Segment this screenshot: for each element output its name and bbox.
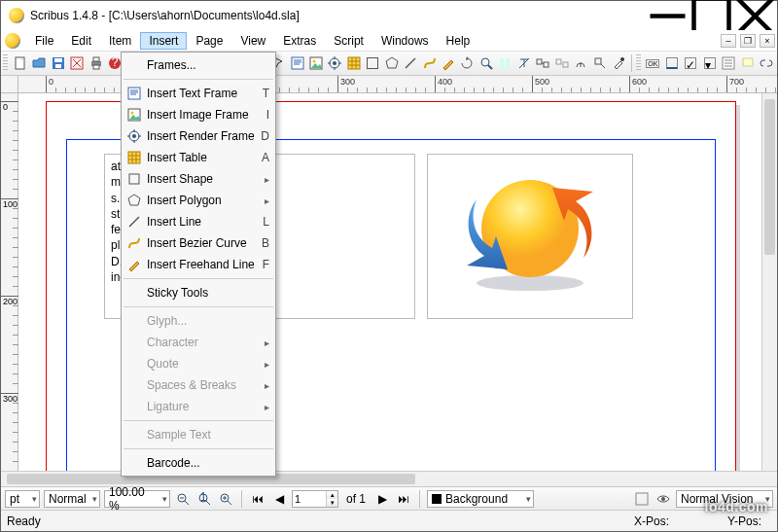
menu-item-insert-image-frame[interactable]: Insert Image FrameI (122, 104, 275, 125)
menu-extras[interactable]: Extras (274, 32, 325, 50)
menu-item-glyph: Glyph... (122, 310, 275, 332)
first-page-button[interactable]: ⏮ (249, 490, 266, 508)
table-tool[interactable] (345, 53, 362, 73)
pdf-pushbutton-tool[interactable]: OK (645, 53, 661, 73)
next-page-button[interactable]: ▶ (373, 490, 391, 508)
svg-rect-28 (537, 59, 542, 64)
image-frame[interactable] (427, 154, 633, 319)
menu-item-insert-polygon[interactable]: Insert Polygon (122, 190, 275, 211)
zoom-reset-button[interactable]: 1 (195, 490, 213, 508)
ruler-origin[interactable] (1, 76, 18, 93)
menu-item-insert-freehand-line[interactable]: Insert Freehand LineF (122, 254, 275, 275)
zoom-in-button[interactable] (217, 490, 234, 508)
mdi-minimize-button[interactable]: – (721, 34, 736, 48)
menu-script[interactable]: Script (325, 32, 372, 50)
image-frame-icon (125, 107, 143, 123)
menu-item-barcode[interactable]: Barcode... (122, 452, 275, 474)
blank-icon (125, 377, 143, 393)
svg-rect-19 (292, 57, 303, 69)
menu-insert[interactable]: Insert (140, 32, 187, 50)
status-ypos-label: Y-Pos: (727, 514, 761, 528)
close-doc-button[interactable] (68, 53, 85, 73)
render-frame-tool[interactable] (327, 53, 343, 73)
toggle-preview-button[interactable] (654, 490, 672, 508)
last-page-button[interactable]: ⏭ (395, 490, 412, 508)
menu-item[interactable]: Item (100, 32, 140, 50)
minimize-button[interactable] (646, 1, 690, 30)
menu-item-accelerator (256, 194, 269, 207)
image-frame-tool[interactable] (307, 53, 324, 73)
unlink-frames-tool[interactable] (553, 53, 570, 73)
page-number-spinbox[interactable]: ▴▾ (292, 490, 338, 508)
unit-selector[interactable]: pt (5, 490, 40, 508)
menu-item-insert-shape[interactable]: Insert Shape (122, 168, 275, 190)
menu-item-insert-table[interactable]: Insert TableA (122, 147, 275, 168)
save-button[interactable] (50, 53, 66, 73)
mdi-restore-button[interactable]: ❐ (740, 34, 756, 48)
close-button[interactable] (733, 1, 777, 30)
maximize-button[interactable] (690, 1, 733, 30)
edit-text-tool[interactable] (515, 53, 532, 73)
menu-view[interactable]: View (231, 32, 274, 50)
svg-point-25 (481, 58, 489, 66)
svg-rect-8 (93, 65, 99, 69)
prev-page-button[interactable]: ◀ (270, 490, 288, 508)
line-icon (125, 214, 143, 230)
menu-file[interactable]: File (26, 32, 62, 50)
pdf-checkbox-tool[interactable]: ✓ (683, 53, 699, 73)
line-tool[interactable] (402, 53, 418, 73)
vertical-ruler[interactable]: 0100200300 (1, 93, 18, 471)
measure-tool[interactable] (572, 53, 588, 73)
pdf-annotation-tool[interactable] (739, 53, 756, 73)
pdf-combobox-tool[interactable]: ▾ (701, 53, 718, 73)
menu-item-label: Frames... (147, 58, 256, 72)
bezier-tool[interactable] (421, 53, 438, 73)
rotate-tool[interactable] (459, 53, 476, 73)
mdi-close-button[interactable]: × (760, 34, 775, 48)
toggle-cms-button[interactable] (633, 490, 651, 508)
menu-item-sticky-tools[interactable]: Sticky Tools (122, 282, 275, 303)
scrollbar-thumb[interactable] (764, 99, 775, 255)
menu-separator (124, 306, 273, 307)
polygon-tool[interactable] (383, 53, 400, 73)
toolbar-grip[interactable] (636, 54, 641, 72)
svg-rect-29 (544, 62, 548, 67)
zoom-selector[interactable]: 100.00 % (104, 490, 170, 508)
menu-item-insert-text-frame[interactable]: Insert Text FrameT (122, 83, 275, 104)
svg-rect-0 (694, 0, 729, 33)
menu-page[interactable]: Page (187, 32, 231, 50)
text-frame-tool[interactable] (289, 53, 305, 73)
pdf-textfield-tool[interactable] (663, 53, 680, 73)
new-document-button[interactable] (12, 53, 28, 73)
menu-item-insert-bezier-curve[interactable]: Insert Bezier CurveB (122, 232, 275, 254)
menu-item-insert-line[interactable]: Insert LineL (122, 211, 275, 232)
vertical-scrollbar[interactable] (761, 93, 777, 471)
zoom-tool[interactable] (477, 53, 494, 73)
svg-point-21 (312, 60, 315, 63)
print-button[interactable] (88, 53, 104, 73)
zoom-out-button[interactable] (174, 490, 192, 508)
copy-props-tool[interactable] (591, 53, 608, 73)
menu-item-ligature: Ligature (122, 396, 275, 417)
pdf-listbox-tool[interactable] (720, 53, 736, 73)
freehand-tool[interactable] (440, 53, 456, 73)
menu-help[interactable]: Help (438, 32, 479, 50)
menu-item-insert-render-frame[interactable]: Insert Render FrameD (122, 125, 275, 147)
polygon-icon (125, 193, 143, 208)
edit-contents-tool[interactable] (497, 53, 513, 73)
menu-edit[interactable]: Edit (62, 32, 100, 50)
open-document-button[interactable] (31, 53, 48, 73)
layer-selector[interactable]: Background (427, 490, 534, 508)
shape-tool[interactable] (365, 53, 381, 73)
blank-icon (125, 427, 143, 443)
insert-menu-dropdown: Frames...Insert Text FrameTInsert Image … (121, 52, 276, 477)
eyedropper-tool[interactable] (610, 53, 626, 73)
page-number-input[interactable] (293, 493, 326, 505)
menu-item-frames[interactable]: Frames... (122, 54, 275, 76)
preview-mode-selector[interactable]: Normal (44, 490, 100, 508)
svg-rect-24 (348, 57, 360, 69)
pdf-link-tool[interactable] (758, 53, 774, 73)
toolbar-grip[interactable] (3, 54, 8, 72)
menu-windows[interactable]: Windows (372, 32, 438, 50)
link-frames-tool[interactable] (535, 53, 551, 73)
